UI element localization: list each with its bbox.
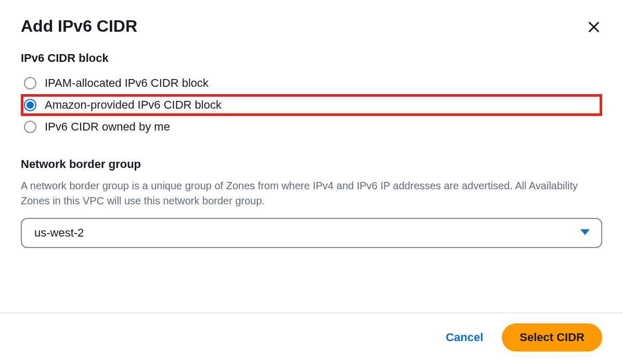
ipv6-cidr-block-label: IPv6 CIDR block [21, 51, 602, 65]
select-cidr-button[interactable]: Select CIDR [502, 323, 602, 352]
network-border-group-description: A network border group is a unique group… [21, 178, 602, 209]
close-icon[interactable] [586, 19, 602, 35]
network-border-group-select[interactable]: us-west-2 [21, 218, 602, 248]
cidr-block-radio-group: IPAM-allocated IPv6 CIDR block Amazon-pr… [21, 72, 602, 138]
radio-label: IPv6 CIDR owned by me [45, 120, 170, 134]
modal-title: Add IPv6 CIDR [21, 17, 137, 36]
radio-label: IPAM-allocated IPv6 CIDR block [45, 76, 209, 90]
radio-option-ipam-allocated[interactable]: IPAM-allocated IPv6 CIDR block [21, 72, 602, 94]
radio-icon [24, 77, 36, 89]
add-ipv6-cidr-modal: Add IPv6 CIDR IPv6 CIDR block IPAM-alloc… [0, 0, 623, 364]
radio-label: Amazon-provided IPv6 CIDR block [45, 98, 222, 112]
network-border-group-label: Network border group [21, 158, 602, 171]
modal-header: Add IPv6 CIDR [0, 0, 623, 46]
modal-body: IPv6 CIDR block IPAM-allocated IPv6 CIDR… [0, 46, 623, 313]
cancel-button[interactable]: Cancel [442, 324, 487, 350]
select-value: us-west-2 [34, 226, 84, 240]
radio-icon [24, 99, 36, 111]
radio-option-amazon-provided[interactable]: Amazon-provided IPv6 CIDR block [21, 94, 602, 116]
radio-option-owned-by-me[interactable]: IPv6 CIDR owned by me [21, 116, 602, 138]
modal-footer: Cancel Select CIDR [0, 313, 623, 364]
radio-icon [24, 121, 36, 133]
